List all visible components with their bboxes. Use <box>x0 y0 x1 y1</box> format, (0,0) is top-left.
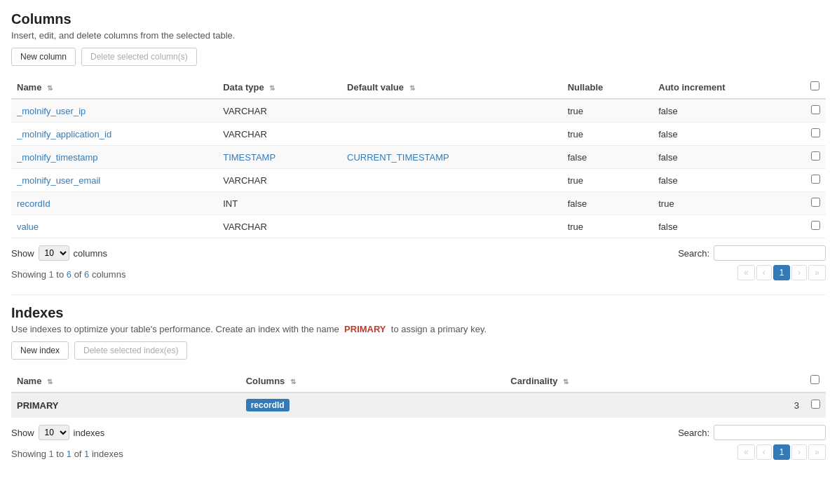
col-name-link[interactable]: recordId <box>17 198 50 209</box>
indexes-subtitle-post: to assign a primary key. <box>391 324 486 334</box>
sort-icon-idx-cardinality: ⇅ <box>563 378 569 386</box>
col-header-autoincrement: Auto increment <box>653 76 805 99</box>
col-cell-checkbox[interactable] <box>805 146 826 169</box>
columns-page-first[interactable]: « <box>737 265 755 280</box>
select-all-indexes-checkbox[interactable] <box>810 375 819 384</box>
columns-table-row: recordIdINTfalsetrue <box>11 192 826 215</box>
delete-index-button[interactable]: Delete selected index(es) <box>74 341 187 360</box>
columns-table-row: _molnify_user_emailVARCHARtruefalse <box>11 169 826 192</box>
columns-table-row: _molnify_user_ipVARCHARtruefalse <box>11 99 826 123</box>
col-cell-autoincrement: false <box>653 146 805 169</box>
columns-table-row: _molnify_application_idVARCHARtruefalse <box>11 123 826 146</box>
col-cell-datatype: VARCHAR <box>217 215 341 238</box>
col-cell-default <box>341 215 562 238</box>
idx-cell-checkbox[interactable] <box>805 393 826 418</box>
idx-row-checkbox[interactable] <box>811 400 820 409</box>
columns-showing-of: 6 <box>84 269 89 280</box>
indexes-btn-row: New index Delete selected index(es) <box>11 341 826 360</box>
col-header-default: Default value ⇅ <box>341 76 562 99</box>
indexes-page-prev[interactable]: ‹ <box>756 444 772 460</box>
new-column-button[interactable]: New column <box>11 48 76 66</box>
select-all-columns-checkbox[interactable] <box>810 81 819 90</box>
indexes-page-first[interactable]: « <box>737 444 755 460</box>
columns-search-input[interactable] <box>714 245 826 261</box>
column-badge: recordId <box>246 399 290 411</box>
columns-subtitle: Insert, edit, and delete columns from th… <box>11 30 826 41</box>
col-cell-name: _molnify_timestamp <box>11 146 217 169</box>
col-row-checkbox[interactable] <box>811 105 820 114</box>
columns-show-label: Show <box>11 248 34 259</box>
col-name-link[interactable]: value <box>17 222 39 232</box>
col-cell-checkbox[interactable] <box>805 123 826 146</box>
indexes-subtitle: Use indexes to optimize your table's per… <box>11 324 826 334</box>
col-header-checkbox[interactable] <box>805 76 826 99</box>
columns-table: Name ⇅ Data type ⇅ Default value ⇅ Nulla… <box>11 76 826 238</box>
col-cell-checkbox[interactable] <box>805 215 826 238</box>
col-cell-checkbox[interactable] <box>805 169 826 192</box>
col-row-checkbox[interactable] <box>811 175 820 184</box>
columns-showing-to: 6 <box>67 269 72 280</box>
idx-cell-name: PRIMARY <box>11 393 240 418</box>
columns-pagination-nav: « ‹ 1 › » <box>737 265 826 280</box>
columns-label: columns <box>74 248 107 259</box>
columns-search-label: Search: <box>678 248 709 259</box>
columns-header-row: Name ⇅ Data type ⇅ Default value ⇅ Nulla… <box>11 76 826 99</box>
col-cell-default: CURRENT_TIMESTAMP <box>341 146 562 169</box>
indexes-page-last[interactable]: » <box>808 444 826 460</box>
indexes-table-row: PRIMARYrecordId3 <box>11 393 826 418</box>
columns-search-row: Search: <box>678 245 826 261</box>
col-cell-checkbox[interactable] <box>805 99 826 123</box>
indexes-page-next[interactable]: › <box>791 444 807 460</box>
indexes-page-current[interactable]: 1 <box>773 444 791 460</box>
indexes-pagination-nav: « ‹ 1 › » <box>737 444 826 460</box>
col-name-link[interactable]: _molnify_user_ip <box>17 106 86 116</box>
indexes-showing-of: 1 <box>84 449 89 459</box>
col-cell-nullable: true <box>562 99 653 123</box>
indexes-table: Name ⇅ Columns ⇅ Cardinality ⇅ PRIMARYre… <box>11 369 826 418</box>
col-cell-datatype: INT <box>217 192 341 215</box>
indexes-pagination-row: Show 10 25 50 indexes Search: <box>11 425 826 440</box>
col-row-checkbox[interactable] <box>811 128 820 137</box>
indexes-search-row: Search: <box>678 425 826 440</box>
sort-icon-idx-columns: ⇅ <box>290 378 296 386</box>
col-cell-name: _molnify_user_email <box>11 169 217 192</box>
col-cell-default <box>341 123 562 146</box>
col-row-checkbox[interactable] <box>811 198 820 207</box>
col-cell-name: _molnify_user_ip <box>11 99 217 123</box>
indexes-section-divider: Indexes Use indexes to optimize your tab… <box>11 294 826 334</box>
indexes-show-select[interactable]: 10 25 50 <box>39 425 69 440</box>
columns-page-next[interactable]: › <box>791 265 807 280</box>
columns-page-last[interactable]: » <box>808 265 826 280</box>
col-name-link[interactable]: _molnify_timestamp <box>17 152 98 163</box>
col-cell-nullable: false <box>562 192 653 215</box>
indexes-title: Indexes <box>11 305 826 321</box>
idx-cell-cardinality: 3 <box>505 393 805 418</box>
idx-header-columns: Columns ⇅ <box>240 369 505 393</box>
indexes-showing-from: 1 <box>48 449 53 459</box>
col-row-checkbox[interactable] <box>811 151 820 161</box>
col-name-link[interactable]: _molnify_application_id <box>17 129 111 139</box>
col-cell-name: _molnify_application_id <box>11 123 217 146</box>
idx-header-checkbox[interactable] <box>805 369 826 393</box>
col-cell-datatype: TIMESTAMP <box>217 146 341 169</box>
col-row-checkbox[interactable] <box>811 221 820 230</box>
col-cell-checkbox[interactable] <box>805 192 826 215</box>
indexes-showing-post: indexes <box>92 449 123 459</box>
col-name-link[interactable]: _molnify_user_email <box>17 175 100 186</box>
col-cell-autoincrement: true <box>653 192 805 215</box>
col-cell-nullable: true <box>562 215 653 238</box>
indexes-search-input[interactable] <box>714 425 826 440</box>
columns-page-prev[interactable]: ‹ <box>756 265 772 280</box>
col-cell-default <box>341 192 562 215</box>
columns-pagination-row: Show 10 25 50 columns Search: <box>11 245 826 261</box>
new-index-button[interactable]: New index <box>11 341 69 360</box>
indexes-show-row: Show 10 25 50 indexes <box>11 425 104 440</box>
col-cell-nullable: false <box>562 146 653 169</box>
columns-showing-post: columns <box>92 269 125 280</box>
delete-column-button[interactable]: Delete selected column(s) <box>81 48 197 66</box>
columns-show-select[interactable]: 10 25 50 <box>39 245 69 261</box>
idx-header-name: Name ⇅ <box>11 369 240 393</box>
col-cell-autoincrement: false <box>653 215 805 238</box>
columns-page-current[interactable]: 1 <box>773 265 791 280</box>
col-cell-default <box>341 169 562 192</box>
